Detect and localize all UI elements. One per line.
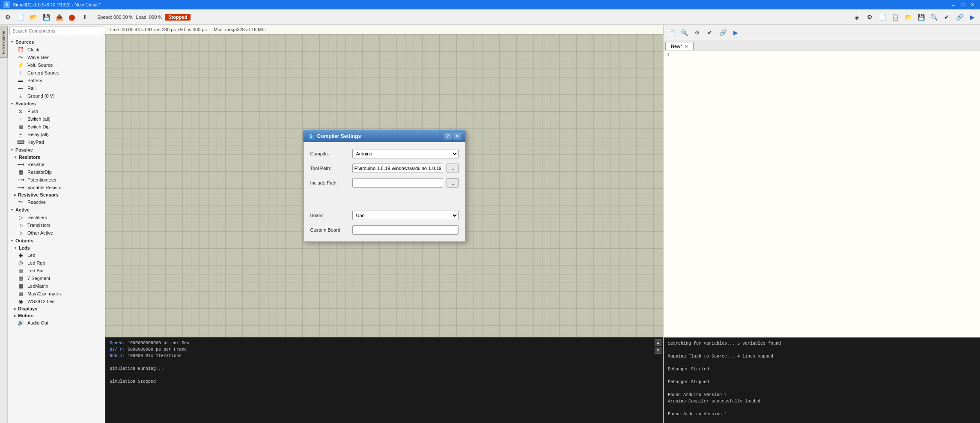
tree-item-switch-dip[interactable]: ▦ Switch Dip	[8, 123, 105, 131]
tree-item-battery[interactable]: ▬ Battery	[8, 77, 105, 84]
toolbar-btn-3[interactable]: 📄	[876, 11, 888, 23]
tree-item-wavegen[interactable]: 〜 Wave Gen.	[8, 54, 105, 61]
search-input[interactable]	[9, 27, 103, 35]
led-rgb-label: Led Rgb	[27, 260, 45, 265]
active-category[interactable]: Active	[8, 206, 105, 214]
code-editor[interactable]: 1	[664, 51, 980, 337]
toolbar-btn-8[interactable]: ✔	[941, 11, 953, 23]
tree-item-max72xx[interactable]: ▦ Max72xx_matrix	[8, 290, 105, 298]
scroll-up-button[interactable]: ▲	[655, 339, 661, 346]
include-path-browse-button[interactable]: ...	[447, 178, 459, 188]
tree-item-volt-source[interactable]: ⚡ Volt. Source	[8, 61, 105, 69]
code-tab-close-btn[interactable]: ✕	[685, 44, 688, 49]
tree-item-potentiometer[interactable]: ⟿ Potentiometer	[8, 176, 105, 184]
title-bar: S SimulIDE-1.0.0-SR0 R1320 - New Circuit…	[0, 0, 980, 9]
minimize-button[interactable]: –	[949, 1, 958, 8]
board-select[interactable]: Uno Mega Nano	[352, 211, 459, 220]
settings2-button[interactable]: ⚙	[864, 11, 876, 23]
tree-item-clock[interactable]: ⏰ Clock	[8, 46, 105, 54]
displays-subcategory[interactable]: ▶ Displays	[8, 305, 105, 312]
toolbar-btn-7[interactable]: 🔍	[928, 11, 940, 23]
wavegen-icon: 〜	[16, 54, 25, 60]
tree-item-ground[interactable]: ⏚ Ground (0 V)	[8, 92, 105, 100]
custom-board-row: Custom Board	[310, 225, 459, 235]
vtab-file-explorer[interactable]: File explorer	[0, 27, 8, 58]
new-button[interactable]: 📄	[15, 11, 27, 23]
right-toolbar-btn1[interactable]: 📄	[665, 27, 677, 39]
right-run-button[interactable]: ▶	[730, 27, 742, 39]
dialog-help-button[interactable]: ?	[444, 133, 452, 140]
toolbar-btn-9[interactable]: 🔗	[953, 11, 965, 23]
tree-item-keypad[interactable]: ⌨ KeyPad	[8, 138, 105, 146]
passive-category[interactable]: Passive	[8, 146, 105, 154]
tree-item-transistors[interactable]: ▷ Transistors	[8, 221, 105, 229]
leds-subcategory[interactable]: ▼ Leds	[8, 244, 105, 251]
active-items: ▷ Rectifiers ▷ Transistors ▷ Other Activ…	[8, 214, 105, 237]
tree-item-resistor[interactable]: ⟿ Resistor	[8, 161, 105, 168]
restore-button[interactable]: □	[959, 1, 967, 8]
tool-path-input[interactable]	[352, 164, 443, 173]
tool-path-browse-button[interactable]: ...	[447, 164, 459, 173]
switches-category[interactable]: Switches	[8, 100, 105, 107]
switches-items: ⊙ Push ⟋ Switch (all) ▦ Switch Dip ⊟ Rel…	[8, 107, 105, 146]
rc-searching: Searching for variables... 3 variables f…	[668, 340, 976, 347]
resistors-subcategory[interactable]: ▼ Resistors	[8, 154, 105, 161]
tree-item-resistor-dip[interactable]: ▦ ResistorDip	[8, 168, 105, 176]
tree-item-rail[interactable]: — Rail.	[8, 84, 105, 92]
toolbar-btn-6[interactable]: 💾	[915, 11, 927, 23]
rectifiers-icon: ▷	[16, 214, 25, 220]
right-toolbar-btn2[interactable]: 🔍	[678, 27, 690, 39]
tree-item-rectifiers[interactable]: ▷ Rectifiers	[8, 214, 105, 221]
resistive-sensors-subcategory[interactable]: ▶ Resistive Sensors	[8, 191, 105, 198]
stop-button[interactable]: ⬤	[66, 11, 78, 23]
save-button[interactable]: 💾	[40, 11, 52, 23]
rail-label: Rail.	[27, 86, 37, 91]
circuit-canvas[interactable]: S Compiler Settings ? ✕ Compiler: Arduin…	[105, 34, 663, 337]
tree-item-ledmatrix[interactable]: ▦ LedMatrix	[8, 282, 105, 290]
tree-item-led-rgb[interactable]: ◎ Led Rgb	[8, 259, 105, 267]
right-toolbar-btn4[interactable]: ✔	[704, 27, 716, 39]
displays-label: Displays	[18, 306, 37, 311]
tree-item-led-bar[interactable]: ▦ Led Bar	[8, 267, 105, 274]
tree-item-7seg[interactable]: ▦ 7 Segment	[8, 274, 105, 282]
close-button[interactable]: ✕	[968, 1, 977, 8]
dialog-close-button[interactable]: ✕	[453, 133, 461, 140]
load-label: Load: 000 %	[136, 15, 162, 20]
main-layout: File explorer Sources ⏰ Clock 〜 Wave Gen…	[0, 25, 980, 423]
toolbar-btn-5[interactable]: 📁	[902, 11, 914, 23]
compiler-row: Compiler: Arduino GCC SDCC	[310, 149, 459, 158]
tree-item-ws2812[interactable]: ◉ WS2812 Led	[8, 298, 105, 305]
right-toolbar-btn3[interactable]: ⚙	[691, 27, 703, 39]
custom-board-input[interactable]	[352, 225, 459, 235]
tree-item-reactive[interactable]: 〜 Reactive	[8, 198, 105, 206]
toolbar-btn-4[interactable]: 📋	[889, 11, 901, 23]
tree-item-push[interactable]: ⊙ Push	[8, 107, 105, 115]
time-display: Time: 00:00:44 s 091 ms 280 ps 750 ns 40…	[109, 27, 207, 32]
tree-item-other-active[interactable]: ▷ Other Active	[8, 229, 105, 237]
open-button[interactable]: 📂	[27, 11, 39, 23]
right-toolbar-btn5[interactable]: 🔗	[717, 27, 729, 39]
settings-button[interactable]: ⚙	[2, 11, 14, 23]
include-path-input[interactable]	[352, 178, 443, 188]
run-button[interactable]: ▶	[966, 11, 978, 23]
compiler-select[interactable]: Arduino GCC SDCC	[352, 149, 459, 158]
upload-button[interactable]: ⬆	[79, 11, 91, 23]
tree-item-led[interactable]: ◉ Led	[8, 251, 105, 259]
tree-item-relay[interactable]: ⊟ Relay (all)	[8, 131, 105, 138]
sources-category[interactable]: Sources	[8, 38, 105, 46]
switch-dip-icon: ▦	[16, 124, 25, 130]
log-speed: Speed: 1000000000000 ps per Sec	[110, 340, 659, 346]
code-tab-new[interactable]: New* ✕	[665, 42, 694, 50]
motors-subcategory[interactable]: ▶ Motors	[8, 312, 105, 319]
export-button[interactable]: 📤	[53, 11, 65, 23]
outputs-category[interactable]: Outputs	[8, 237, 105, 244]
tree-item-audio-out[interactable]: 🔊 Audio Out	[8, 319, 105, 327]
tree-item-variable-resistor[interactable]: ⟿ Variable Resistor	[8, 184, 105, 191]
log-nonli-label: NonLi:	[110, 354, 125, 358]
power-button[interactable]: ◈	[851, 11, 863, 23]
tree-item-current-source[interactable]: ↕ Current Source	[8, 69, 105, 77]
scroll-down-button[interactable]: ▼	[655, 347, 661, 354]
potentiometer-label: Potentiometer	[27, 177, 57, 182]
rc-blank3	[668, 372, 976, 379]
tree-item-switch-all[interactable]: ⟋ Switch (all)	[8, 115, 105, 123]
